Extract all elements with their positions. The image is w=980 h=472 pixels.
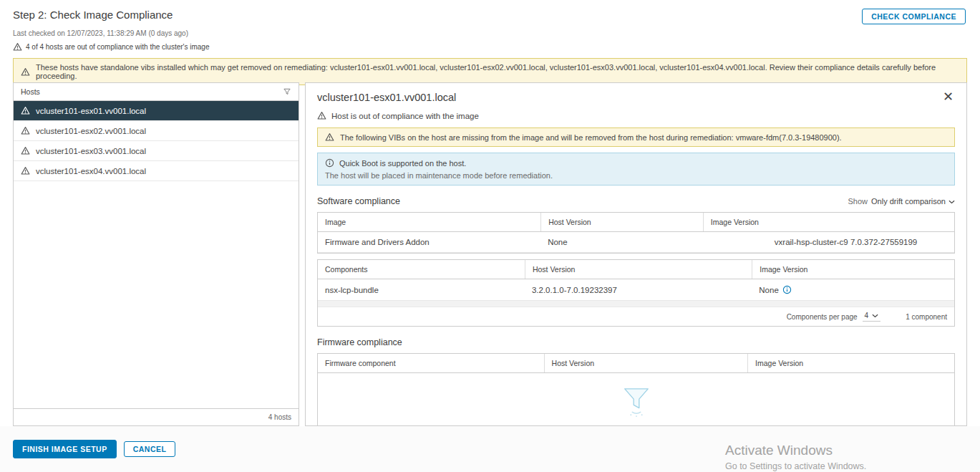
- host-name: vcluster101-esx03.vv001.local: [36, 147, 146, 155]
- quick-boot-text: Quick Boot is supported on the host.: [339, 159, 466, 168]
- column-header-components[interactable]: Components: [318, 260, 525, 279]
- warning-icon: [21, 166, 30, 175]
- components-per-page-label: Components per page: [787, 313, 858, 321]
- components-per-page-select[interactable]: 4: [863, 312, 881, 322]
- warning-icon: [21, 67, 30, 77]
- chevron-down-icon: [949, 197, 955, 206]
- warning-icon: [21, 146, 30, 155]
- check-image-compliance-page: Step 2: Check Image Compliance CHECK COM…: [0, 0, 980, 472]
- last-checked-text: Last checked on 12/07/2023, 11:38:29 AM …: [13, 29, 966, 37]
- component-count: 1 component: [906, 313, 947, 321]
- compliance-summary-text: 4 of 4 hosts are out of compliance with …: [26, 43, 209, 51]
- image-version-cell: vxrail-hsp-cluster-c9 7.0.372-27559199: [703, 232, 954, 252]
- host-list: vcluster101-esx01.vv001.local vcluster10…: [14, 101, 299, 408]
- host-status-line: Host is out of compliance with the image: [317, 111, 955, 120]
- column-header-host-version[interactable]: Host Version: [544, 354, 747, 372]
- compliance-summary: 4 of 4 hosts are out of compliance with …: [13, 42, 966, 52]
- firmware-compliance-table: Firmware component Host Version Image Ve…: [317, 353, 955, 426]
- filter-icon[interactable]: [283, 87, 291, 96]
- grid-filler: [318, 301, 954, 307]
- chevron-down-icon: [872, 312, 878, 319]
- main-area: Hosts vcluster101-esx01.vv001.local: [13, 82, 967, 426]
- maintenance-mode-text: The host will be placed in maintenance m…: [325, 171, 553, 180]
- column-header-image[interactable]: Image: [318, 213, 540, 231]
- column-header-firmware-component[interactable]: Firmware component: [318, 354, 544, 372]
- column-header-image-version[interactable]: Image Version: [752, 260, 954, 279]
- show-label: Show: [848, 197, 868, 206]
- table-row[interactable]: Firmware and Drivers Addon None vxrail-h…: [318, 232, 954, 253]
- image-compliance-table: Image Host Version Image Version Firmwar…: [317, 212, 955, 254]
- image-version-cell: None: [752, 279, 954, 300]
- host-row-esx01[interactable]: vcluster101-esx01.vv001.local: [14, 101, 299, 121]
- image-name-cell: Firmware and Drivers Addon: [318, 232, 540, 252]
- host-status-text: Host is out of compliance with the image: [331, 112, 479, 120]
- host-name: vcluster101-esx02.vv001.local: [36, 127, 146, 135]
- info-icon: [325, 158, 334, 168]
- info-icon[interactable]: [782, 285, 792, 294]
- cancel-button[interactable]: CANCEL: [124, 441, 176, 457]
- page-header: Step 2: Check Image Compliance CHECK COM…: [0, 0, 980, 52]
- host-row-esx02[interactable]: vcluster101-esx02.vv001.local: [14, 121, 299, 141]
- drift-comparison-dropdown[interactable]: Show Only drift comparison: [848, 197, 955, 206]
- vib-warning-banner: The following VIBs on the host are missi…: [317, 127, 955, 147]
- software-compliance-title: Software compliance: [317, 196, 400, 206]
- column-header-image-version[interactable]: Image Version: [703, 213, 954, 231]
- host-row-esx03[interactable]: vcluster101-esx03.vv001.local: [14, 141, 299, 161]
- image-version-value: None: [759, 286, 779, 294]
- watermark-line2: Go to Settings to activate Windows.: [725, 461, 866, 471]
- watermark-line1: Activate Windows: [725, 443, 866, 458]
- page-size-value: 4: [865, 312, 869, 319]
- table-row[interactable]: nsx-lcp-bundle 3.2.0.1.0-7.0.19232397 No…: [318, 279, 954, 301]
- column-header-host-version[interactable]: Host Version: [525, 260, 752, 279]
- warning-icon: [21, 106, 30, 115]
- host-row-esx04[interactable]: vcluster101-esx04.vv001.local: [14, 161, 299, 181]
- vib-warning-text: The following VIBs on the host are missi…: [340, 133, 842, 142]
- page-title: Step 2: Check Image Compliance: [13, 9, 173, 21]
- column-header-image-version[interactable]: Image Version: [747, 354, 954, 372]
- hosts-header-label: Hosts: [21, 87, 40, 96]
- host-detail-panel: vcluster101-esx01.vv001.local ✕ Host is …: [305, 82, 967, 426]
- check-compliance-button[interactable]: CHECK COMPLIANCE: [862, 9, 966, 24]
- firmware-compliance-title: Firmware compliance: [317, 337, 402, 347]
- show-value: Only drift comparison: [871, 197, 946, 206]
- hosts-count: 4 hosts: [14, 408, 299, 425]
- close-icon[interactable]: ✕: [941, 92, 955, 102]
- hosts-panel: Hosts vcluster101-esx01.vv001.local: [13, 82, 299, 426]
- host-detail-title: vcluster101-esx01.vv001.local: [317, 92, 456, 103]
- warning-icon: [21, 126, 30, 135]
- warning-icon: [325, 133, 334, 142]
- hosts-panel-header: Hosts: [14, 83, 299, 101]
- host-version-cell: 3.2.0.1.0-7.0.19232397: [525, 279, 752, 300]
- host-name: vcluster101-esx04.vv001.local: [36, 167, 146, 175]
- warning-icon: [317, 111, 326, 120]
- standalone-vibs-text: These hosts have standalone vibs install…: [36, 63, 959, 80]
- quick-boot-banner: Quick Boot is supported on the host. The…: [317, 153, 955, 186]
- empty-table-body: [318, 373, 954, 426]
- warning-icon: [13, 42, 22, 52]
- host-name: vcluster101-esx01.vv001.local: [36, 107, 146, 115]
- finish-image-setup-button[interactable]: FINISH IMAGE SETUP: [13, 440, 117, 458]
- components-compliance-table: Components Host Version Image Version ns…: [317, 259, 955, 327]
- empty-funnel-icon: [620, 386, 653, 418]
- activate-windows-watermark: Activate Windows Go to Settings to activ…: [725, 443, 866, 471]
- component-name-cell: nsx-lcp-bundle: [318, 279, 525, 300]
- column-header-host-version[interactable]: Host Version: [540, 213, 703, 231]
- host-version-cell: None: [540, 232, 703, 252]
- standalone-vibs-banner: These hosts have standalone vibs install…: [13, 58, 967, 85]
- components-pagination: Components per page 4 1 component: [318, 307, 954, 326]
